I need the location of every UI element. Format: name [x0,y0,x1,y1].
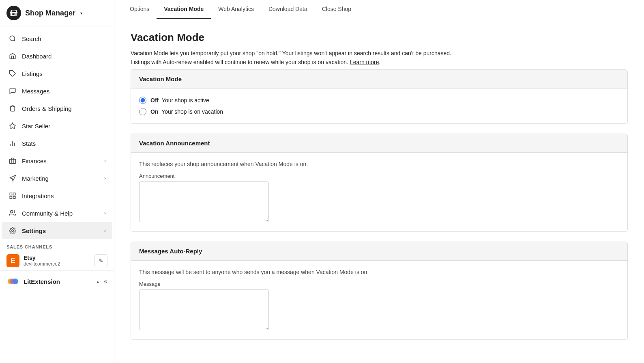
clipboard-icon [8,104,17,113]
etsy-sub: devlitcommerce2 [24,261,90,267]
svg-point-0 [10,36,15,41]
message-field-label: Message [139,281,619,287]
shop-manager-title: Shop Manager [25,9,75,17]
sidebar-item-orders-shipping[interactable]: Orders & Shipping [2,100,112,117]
sidebar-label-marketing: Marketing [22,175,99,182]
tag-icon [8,69,17,78]
vacation-announcement-card: Vacation Announcement This replaces your… [131,134,628,232]
vacation-mode-radio-group: Off Your shop is active On Your shop is … [139,97,619,115]
marketing-arrow: › [104,175,106,181]
radio-off-input[interactable] [139,97,146,104]
finances-arrow: › [104,158,106,164]
sidebar-item-listings[interactable]: Listings [2,65,112,82]
sidebar-label-star-seller: Star Seller [22,123,106,130]
message-textarea[interactable] [139,290,269,330]
bank-icon [8,156,17,165]
gear-icon [8,226,17,235]
sidebar-label-integrations: Integrations [22,192,106,199]
sidebar-label-messages: Messages [22,88,106,95]
svg-rect-7 [10,159,16,164]
sidebar-label-settings: Settings [22,227,99,234]
svg-point-12 [11,210,13,213]
shop-manager-logo [6,6,21,20]
svg-marker-3 [10,123,16,129]
svg-rect-2 [12,106,14,107]
vacation-mode-card-body: Off Your shop is active On Your shop is … [131,89,627,123]
radio-off-desc: Your shop is active [162,97,209,104]
sidebar-item-settings[interactable]: Settings › [2,222,112,239]
sidebar-item-marketing[interactable]: Marketing › [2,170,112,187]
etsy-logo: E [6,254,19,267]
messages-autoreply-description: This message will be sent to anyone who … [139,269,619,275]
litextension-caret: ▲ [96,279,100,284]
sidebar-item-star-seller[interactable]: Star Seller [2,117,112,134]
sidebar-item-messages[interactable]: Messages [2,82,112,99]
edit-icon: ✎ [99,257,103,264]
search-icon [8,34,17,43]
sales-channels-label: SALES CHANNELS [0,240,114,251]
svg-rect-11 [13,197,15,199]
sidebar-label-finances: Finances [22,158,99,164]
star-icon [8,121,17,130]
home-icon [8,52,17,61]
radio-off-item[interactable]: Off Your shop is active [139,97,619,104]
vacation-mode-card: Vacation Mode Off Your shop is active On [131,69,628,124]
sidebar-label-dashboard: Dashboard [22,53,106,60]
bar-chart-icon [8,139,17,148]
svg-rect-10 [10,197,12,199]
etsy-info: Etsy devlitcommerce2 [24,255,90,267]
tabs-bar: Options Vacation Mode Web Analytics Down… [114,0,644,19]
sidebar-label-orders-shipping: Orders & Shipping [22,105,106,112]
messages-autoreply-card-body: This message will be sent to anyone who … [131,261,627,339]
settings-arrow: › [104,228,106,233]
community-help-arrow: › [104,210,106,216]
tab-options[interactable]: Options [122,0,157,19]
radio-on-desc: Your shop is on vacation [161,108,223,115]
grid-icon [8,191,17,200]
main-content: Options Vacation Mode Web Analytics Down… [114,0,644,363]
collapse-icon[interactable]: « [104,278,107,285]
sidebar-label-stats: Stats [22,140,106,147]
svg-rect-8 [10,193,12,195]
sidebar-label-listings: Listings [22,70,106,77]
etsy-name: Etsy [24,255,90,261]
messages-autoreply-card-header: Messages Auto-Reply [131,242,627,261]
content-area: Vacation Mode Vacation Mode lets you tem… [114,19,644,363]
sidebar-item-stats[interactable]: Stats [2,135,112,152]
sidebar-item-search[interactable]: Search [2,30,112,47]
sidebar: Shop Manager ▾ Search Dashboard Listings [0,0,114,363]
sidebar-item-integrations[interactable]: Integrations [2,187,112,204]
sidebar-item-community-help[interactable]: Community & Help › [2,205,112,222]
vacation-announcement-card-header: Vacation Announcement [131,134,627,153]
svg-point-17 [10,279,16,284]
shop-manager-caret: ▾ [80,11,82,15]
etsy-edit-button[interactable]: ✎ [94,254,107,267]
etsy-channel-item[interactable]: E Etsy devlitcommerce2 ✎ [0,251,114,270]
page-title: Vacation Mode [131,31,628,44]
radio-on-input[interactable] [139,108,146,115]
svg-rect-9 [13,193,15,195]
litextension-name: LitExtension [24,278,92,285]
messages-autoreply-card: Messages Auto-Reply This message will be… [131,242,628,340]
sidebar-item-dashboard[interactable]: Dashboard [2,48,112,65]
shop-manager-header[interactable]: Shop Manager ▾ [0,0,114,26]
radio-on-label: On [150,108,158,115]
people-icon [8,209,17,218]
radio-on-item[interactable]: On Your shop is on vacation [139,108,619,115]
litextension-item[interactable]: LitExtension ▲ « [0,270,114,292]
sidebar-nav: Search Dashboard Listings Messages [0,26,114,363]
tab-vacation-mode[interactable]: Vacation Mode [157,0,211,19]
announcement-field-label: Announcement [139,173,619,179]
message-icon [8,86,17,95]
litextension-logo [6,275,19,288]
learn-more-link[interactable]: Learn more [350,59,379,65]
svg-point-13 [12,230,14,232]
sidebar-label-search: Search [22,35,106,42]
page-description: Vacation Mode lets you temporarily put y… [131,49,471,67]
announcement-textarea[interactable] [139,182,269,222]
tab-web-analytics[interactable]: Web Analytics [211,0,261,19]
vacation-announcement-description: This replaces your shop announcement whe… [139,161,619,167]
tab-download-data[interactable]: Download Data [261,0,315,19]
tab-close-shop[interactable]: Close Shop [315,0,358,19]
sidebar-item-finances[interactable]: Finances › [2,152,112,169]
